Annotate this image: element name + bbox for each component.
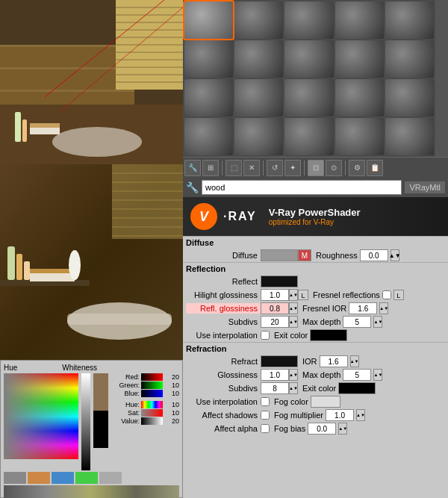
fog-color-swatch[interactable] — [311, 396, 340, 408]
ior-spin[interactable]: ▲▼ — [350, 355, 359, 367]
cp-sat-slider[interactable] — [141, 409, 163, 417]
refr-max-depth-spin[interactable]: ▲▼ — [373, 369, 382, 381]
material-ball-13[interactable] — [335, 79, 384, 116]
max-depth-input[interactable] — [343, 316, 371, 328]
refl-gloss-input[interactable] — [261, 302, 289, 314]
roughness-spin[interactable]: ▲▼ — [391, 249, 399, 261]
refr-subdivs-spin[interactable]: ▲▼ — [289, 382, 298, 394]
material-ball-5[interactable] — [184, 40, 233, 78]
toolbar-extra-btn[interactable]: ⚙ — [349, 160, 365, 176]
cp-blue-slider[interactable] — [141, 390, 163, 397]
diffuse-swatch[interactable] — [261, 249, 298, 261]
cp-val-slider[interactable] — [141, 417, 163, 425]
roughness-input[interactable] — [360, 249, 388, 261]
toolbar-copy-btn[interactable]: ⬚ — [225, 160, 242, 176]
affect-alpha-checkbox[interactable] — [261, 424, 270, 433]
cp-sat-val: 10 — [164, 409, 179, 417]
cp-red-slider[interactable] — [141, 373, 163, 381]
subdivs-spin[interactable]: ▲▼ — [289, 316, 298, 328]
material-ball-7[interactable] — [284, 40, 333, 78]
cp-hue-slider[interactable] — [141, 401, 163, 408]
gloss-spin[interactable]: ▲▼ — [289, 369, 298, 381]
gloss-label: Glossiness — [186, 370, 261, 379]
cp-swatch-green[interactable] — [75, 472, 98, 484]
material-ball-2[interactable] — [284, 1, 333, 39]
fresnel-l-btn[interactable]: L — [393, 290, 404, 300]
fresnel-ior-input[interactable] — [349, 302, 377, 314]
material-ball-9[interactable] — [385, 40, 434, 78]
fog-bias-spin[interactable]: ▲▼ — [338, 423, 347, 435]
exit-color-swatch[interactable] — [310, 329, 347, 341]
material-ball-18[interactable] — [335, 118, 384, 155]
refr-exit-color-swatch[interactable] — [338, 382, 376, 394]
refr-subdivs-input[interactable] — [261, 382, 289, 394]
subdivs-input[interactable] — [261, 316, 289, 328]
fog-mult-spin[interactable]: ▲▼ — [356, 409, 365, 421]
max-depth-spin[interactable]: ▲▼ — [373, 316, 382, 328]
toolbar: 🔧 ⊞ ⬚ ✕ ↺ ✦ ⊡ ⊙ ⚙ 📋 — [183, 157, 448, 178]
cp-swatch-gray[interactable] — [4, 472, 26, 484]
cp-swatch-lgray[interactable] — [99, 472, 122, 484]
material-ball-1[interactable] — [234, 1, 283, 39]
hilight-l-btn[interactable]: L — [298, 290, 308, 300]
cp-hue-area[interactable] — [4, 373, 78, 459]
material-ball-4[interactable] — [385, 1, 434, 39]
material-ball-6[interactable] — [234, 40, 283, 78]
fog-mult-label: Fog multiplier — [274, 411, 323, 420]
fog-bias-input[interactable] — [308, 423, 336, 435]
fresnel-label: Fresnel reflections — [313, 290, 380, 299]
hilight-spin[interactable]: ▲▼ — [289, 289, 298, 301]
grid-scrollbar[interactable] — [435, 0, 448, 157]
hilight-row: Hilight glossiness ▲▼ L Fresnel reflecti… — [183, 288, 448, 302]
cp-bw-slider[interactable] — [81, 373, 90, 470]
material-ball-19[interactable] — [385, 118, 434, 155]
material-name-input[interactable] — [202, 180, 402, 195]
material-ball-15[interactable] — [184, 118, 233, 155]
material-ball-12[interactable] — [284, 79, 333, 116]
toolbar-map-btn[interactable]: ✦ — [284, 160, 301, 176]
diffuse-roughness: Roughness ▲▼ — [316, 249, 399, 261]
refr-use-interp-row: Use interpolation Fog color — [183, 395, 448, 408]
material-ball-0[interactable] — [184, 1, 233, 39]
toolbar-view-btn[interactable]: ⊙ — [326, 160, 342, 176]
cp-swatch-brown[interactable] — [28, 472, 50, 484]
fresnel-ior-spin[interactable]: ▲▼ — [379, 302, 388, 314]
hilight-input[interactable] — [261, 289, 289, 301]
material-ball-8[interactable] — [335, 40, 384, 78]
toolbar-active-btn[interactable]: ⊡ — [308, 160, 324, 176]
material-ball-14[interactable] — [385, 79, 434, 116]
material-ball-17[interactable] — [284, 118, 333, 155]
toolbar-refresh-btn[interactable]: ↺ — [267, 160, 283, 176]
diffuse-m-btn[interactable]: M — [298, 249, 311, 261]
refl-gloss-spin[interactable]: ▲▼ — [289, 302, 298, 314]
material-ball-10[interactable] — [184, 79, 233, 116]
refract-label: Refract — [186, 357, 261, 366]
toolbar-grid-btn[interactable]: ⊞ — [202, 160, 219, 176]
fresnel-checkbox[interactable] — [382, 290, 391, 299]
material-ball-3[interactable] — [335, 1, 384, 39]
material-ball-11[interactable] — [234, 79, 283, 116]
toolbar-extra-btn2[interactable]: 📋 — [367, 160, 383, 176]
material-grid — [183, 0, 435, 157]
cp-green-slider[interactable] — [141, 382, 163, 389]
cp-swatch-blue[interactable] — [52, 472, 74, 484]
svg-rect-5 — [0, 67, 134, 69]
refr-max-depth-input[interactable] — [343, 369, 371, 381]
use-interp-checkbox[interactable] — [261, 331, 270, 340]
toolbar-sep-2 — [263, 161, 264, 175]
toolbar-render-btn[interactable]: 🔧 — [184, 160, 201, 176]
reflect-row: Reflect — [183, 275, 448, 288]
gloss-input[interactable] — [261, 369, 289, 381]
cp-color-preview — [93, 373, 108, 411]
affect-shadows-checkbox[interactable] — [261, 411, 270, 420]
fog-mult-input[interactable] — [326, 409, 354, 421]
refr-use-interp-checkbox[interactable] — [261, 397, 270, 406]
cp-black-preview — [93, 411, 108, 448]
refract-swatch[interactable] — [261, 355, 298, 367]
toolbar-delete-btn[interactable]: ✕ — [243, 160, 260, 176]
cp-title: Hue Whiteness — [4, 364, 179, 372]
ior-input[interactable] — [320, 355, 348, 367]
reflect-swatch[interactable] — [261, 276, 298, 287]
material-ball-16[interactable] — [234, 118, 283, 155]
refr-max-depth-right: Max depth ▲▼ — [302, 369, 382, 381]
